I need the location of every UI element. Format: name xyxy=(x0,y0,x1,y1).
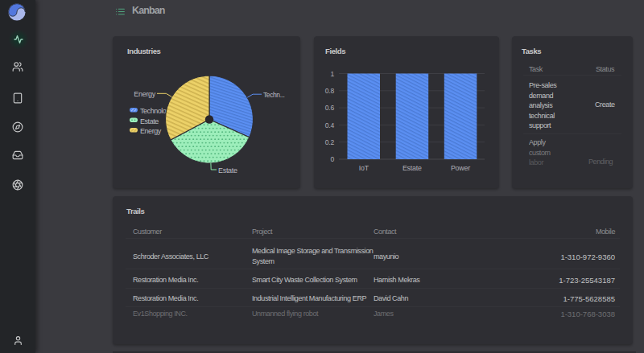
svg-text:Energy: Energy xyxy=(140,127,162,135)
svg-text:Estate: Estate xyxy=(402,164,422,172)
svg-text:0: 0 xyxy=(330,155,334,163)
svg-text:0.8: 0.8 xyxy=(325,87,335,95)
svg-text:Estate: Estate xyxy=(218,166,237,174)
svg-text:1: 1 xyxy=(330,70,334,78)
svg-text:Estate: Estate xyxy=(140,117,159,125)
svg-text:IoT: IoT xyxy=(359,164,369,172)
svg-text:Industries: Industries xyxy=(127,47,161,55)
svg-text:Techn...: Techn... xyxy=(263,91,285,99)
svg-text:0.2: 0.2 xyxy=(325,138,335,146)
svg-text:0.4: 0.4 xyxy=(325,121,335,129)
svg-text:Energy: Energy xyxy=(134,90,156,98)
svg-text:Power: Power xyxy=(451,164,470,172)
svg-text:Fields: Fields xyxy=(325,47,345,55)
svg-text:0.6: 0.6 xyxy=(325,104,335,112)
